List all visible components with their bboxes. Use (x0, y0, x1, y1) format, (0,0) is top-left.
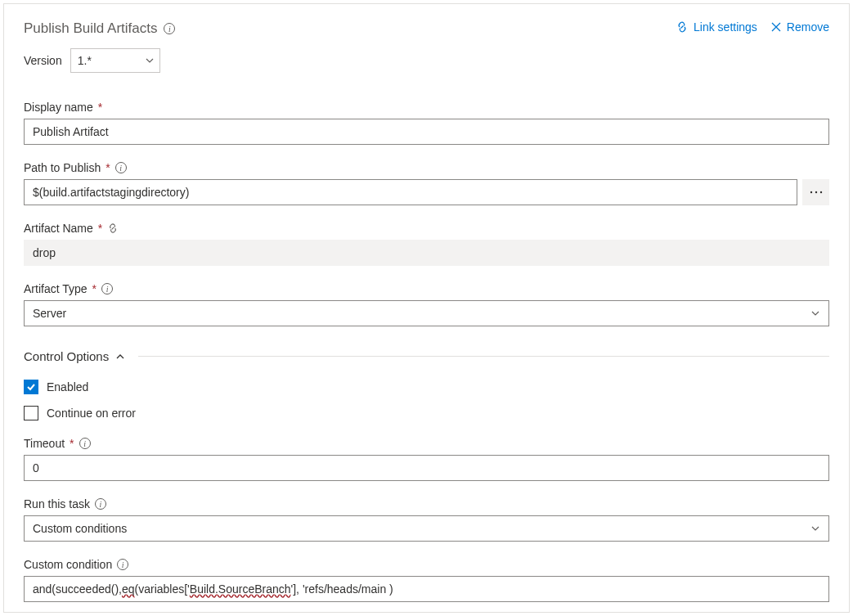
timeout-input[interactable] (24, 455, 829, 481)
custom-condition-input[interactable]: and(succeeded(), eq(variables['Build.Sou… (24, 576, 829, 602)
required-marker: * (70, 437, 74, 450)
custom-condition-group: Custom condition i and(succeeded(), eq(v… (24, 558, 829, 602)
info-icon[interactable]: i (115, 162, 127, 173)
link-settings-button[interactable]: Link settings (676, 20, 757, 34)
artifact-name-input[interactable] (24, 240, 829, 266)
svg-point-1 (815, 191, 816, 193)
required-marker: * (98, 222, 102, 235)
required-marker: * (106, 161, 110, 174)
header-actions: Link settings Remove (676, 20, 829, 34)
version-select[interactable]: 1.* (70, 48, 160, 73)
timeout-group: Timeout * i (24, 437, 829, 481)
link-variable-icon[interactable] (107, 223, 119, 234)
path-to-publish-group: Path to Publish * i (24, 161, 829, 205)
chevron-down-icon (810, 524, 820, 533)
continue-on-error-checkbox[interactable] (24, 406, 38, 420)
run-this-task-label: Run this task i (24, 497, 829, 510)
link-settings-label: Link settings (694, 20, 757, 34)
version-value: 1.* (78, 54, 92, 67)
run-this-task-group: Run this task i Custom conditions (24, 497, 829, 542)
version-label: Version (24, 54, 62, 67)
required-marker: * (98, 101, 102, 114)
ellipsis-icon (810, 191, 823, 194)
artifact-type-group: Artifact Type * i Server (24, 282, 829, 326)
info-icon[interactable]: i (95, 498, 106, 510)
enabled-row: Enabled (24, 380, 829, 394)
control-options-label: Control Options (24, 349, 109, 363)
continue-on-error-row: Continue on error (24, 406, 829, 420)
display-name-input[interactable] (24, 119, 829, 145)
enabled-checkbox[interactable] (24, 380, 38, 394)
chevron-down-icon (810, 308, 820, 318)
display-name-label: Display name * (24, 101, 829, 114)
info-icon[interactable]: i (117, 559, 128, 570)
enabled-label: Enabled (47, 380, 88, 393)
link-icon (676, 20, 689, 34)
artifact-name-label: Artifact Name * (24, 222, 829, 235)
display-name-group: Display name * (24, 101, 829, 145)
divider (138, 356, 829, 357)
close-icon (770, 21, 782, 33)
info-icon[interactable]: i (101, 283, 113, 295)
version-row: Version 1.* (24, 48, 829, 73)
task-title-text: Publish Build Artifacts (24, 20, 157, 37)
timeout-label: Timeout * i (24, 437, 829, 450)
remove-label: Remove (787, 20, 829, 34)
artifact-name-group: Artifact Name * (24, 222, 829, 266)
path-to-publish-label: Path to Publish * i (24, 161, 829, 174)
svg-point-2 (819, 191, 821, 193)
chevron-up-icon (115, 352, 125, 362)
info-icon[interactable]: i (164, 23, 175, 34)
artifact-type-label: Artifact Type * i (24, 282, 829, 295)
remove-button[interactable]: Remove (770, 20, 829, 34)
chevron-down-icon (145, 56, 155, 65)
required-marker: * (92, 282, 97, 295)
run-this-task-value: Custom conditions (33, 522, 127, 535)
control-options-header[interactable]: Control Options (24, 349, 829, 368)
task-title: Publish Build Artifacts i (24, 20, 175, 37)
info-icon[interactable]: i (79, 438, 91, 449)
task-config-panel: Publish Build Artifacts i Link settings … (3, 3, 850, 613)
custom-condition-label: Custom condition i (24, 558, 829, 571)
artifact-type-value: Server (33, 307, 66, 320)
header-row: Publish Build Artifacts i Link settings … (24, 20, 829, 37)
check-icon (26, 382, 36, 392)
svg-point-0 (810, 191, 811, 193)
continue-on-error-label: Continue on error (47, 407, 136, 420)
path-to-publish-input[interactable] (24, 179, 797, 205)
browse-button[interactable] (802, 179, 829, 205)
run-this-task-select[interactable]: Custom conditions (24, 515, 829, 542)
artifact-type-select[interactable]: Server (24, 300, 829, 326)
